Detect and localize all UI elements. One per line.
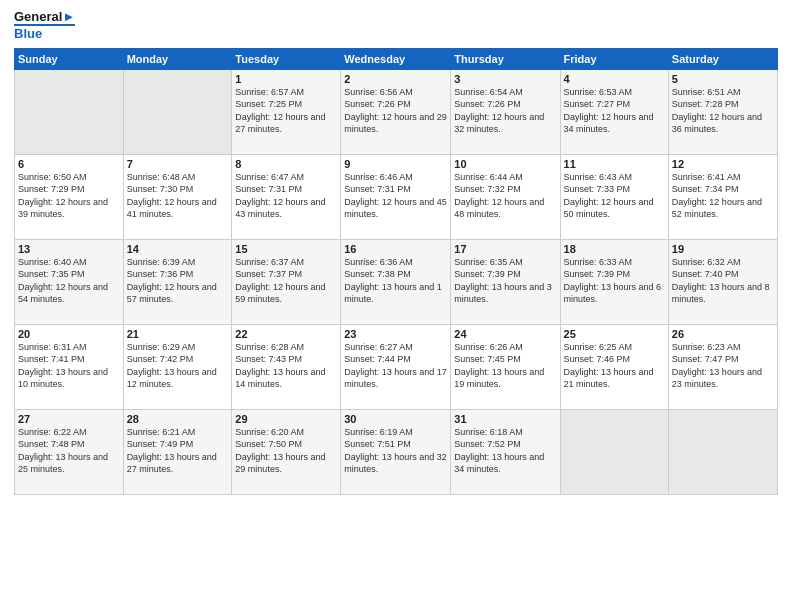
calendar-cell: 6Sunrise: 6:50 AM Sunset: 7:29 PM Daylig… (15, 154, 124, 239)
day-info: Sunrise: 6:50 AM Sunset: 7:29 PM Dayligh… (18, 171, 120, 221)
calendar-cell: 2Sunrise: 6:56 AM Sunset: 7:26 PM Daylig… (341, 69, 451, 154)
calendar-cell: 27Sunrise: 6:22 AM Sunset: 7:48 PM Dayli… (15, 409, 124, 494)
day-header-sunday: Sunday (15, 48, 124, 69)
day-info: Sunrise: 6:26 AM Sunset: 7:45 PM Dayligh… (454, 341, 556, 391)
calendar-cell: 12Sunrise: 6:41 AM Sunset: 7:34 PM Dayli… (668, 154, 777, 239)
calendar-cell: 20Sunrise: 6:31 AM Sunset: 7:41 PM Dayli… (15, 324, 124, 409)
day-info: Sunrise: 6:47 AM Sunset: 7:31 PM Dayligh… (235, 171, 337, 221)
day-info: Sunrise: 6:57 AM Sunset: 7:25 PM Dayligh… (235, 86, 337, 136)
day-number: 26 (672, 328, 774, 340)
calendar-cell (123, 69, 232, 154)
calendar-cell: 14Sunrise: 6:39 AM Sunset: 7:36 PM Dayli… (123, 239, 232, 324)
day-number: 25 (564, 328, 665, 340)
calendar-cell: 16Sunrise: 6:36 AM Sunset: 7:38 PM Dayli… (341, 239, 451, 324)
day-number: 17 (454, 243, 556, 255)
day-header-monday: Monday (123, 48, 232, 69)
day-number: 7 (127, 158, 229, 170)
calendar-cell: 17Sunrise: 6:35 AM Sunset: 7:39 PM Dayli… (451, 239, 560, 324)
calendar-cell: 26Sunrise: 6:23 AM Sunset: 7:47 PM Dayli… (668, 324, 777, 409)
day-info: Sunrise: 6:28 AM Sunset: 7:43 PM Dayligh… (235, 341, 337, 391)
day-info: Sunrise: 6:44 AM Sunset: 7:32 PM Dayligh… (454, 171, 556, 221)
calendar-table: SundayMondayTuesdayWednesdayThursdayFrid… (14, 48, 778, 495)
day-info: Sunrise: 6:40 AM Sunset: 7:35 PM Dayligh… (18, 256, 120, 306)
day-header-thursday: Thursday (451, 48, 560, 69)
logo-text: General► Blue (14, 10, 75, 42)
calendar-cell: 28Sunrise: 6:21 AM Sunset: 7:49 PM Dayli… (123, 409, 232, 494)
day-number: 31 (454, 413, 556, 425)
day-info: Sunrise: 6:56 AM Sunset: 7:26 PM Dayligh… (344, 86, 447, 136)
calendar-cell: 31Sunrise: 6:18 AM Sunset: 7:52 PM Dayli… (451, 409, 560, 494)
calendar-cell: 29Sunrise: 6:20 AM Sunset: 7:50 PM Dayli… (232, 409, 341, 494)
day-number: 2 (344, 73, 447, 85)
day-number: 30 (344, 413, 447, 425)
day-info: Sunrise: 6:46 AM Sunset: 7:31 PM Dayligh… (344, 171, 447, 221)
calendar-cell: 21Sunrise: 6:29 AM Sunset: 7:42 PM Dayli… (123, 324, 232, 409)
day-number: 12 (672, 158, 774, 170)
day-info: Sunrise: 6:27 AM Sunset: 7:44 PM Dayligh… (344, 341, 447, 391)
day-number: 1 (235, 73, 337, 85)
day-number: 10 (454, 158, 556, 170)
day-number: 23 (344, 328, 447, 340)
calendar-cell: 11Sunrise: 6:43 AM Sunset: 7:33 PM Dayli… (560, 154, 668, 239)
day-info: Sunrise: 6:31 AM Sunset: 7:41 PM Dayligh… (18, 341, 120, 391)
calendar-cell: 24Sunrise: 6:26 AM Sunset: 7:45 PM Dayli… (451, 324, 560, 409)
day-number: 4 (564, 73, 665, 85)
day-info: Sunrise: 6:48 AM Sunset: 7:30 PM Dayligh… (127, 171, 229, 221)
calendar-cell: 3Sunrise: 6:54 AM Sunset: 7:26 PM Daylig… (451, 69, 560, 154)
day-info: Sunrise: 6:33 AM Sunset: 7:39 PM Dayligh… (564, 256, 665, 306)
day-header-friday: Friday (560, 48, 668, 69)
calendar-cell (560, 409, 668, 494)
day-header-saturday: Saturday (668, 48, 777, 69)
calendar-container: General► Blue SundayMondayTuesdayWednesd… (0, 0, 792, 612)
logo: General► Blue (14, 10, 75, 42)
day-info: Sunrise: 6:35 AM Sunset: 7:39 PM Dayligh… (454, 256, 556, 306)
calendar-cell: 30Sunrise: 6:19 AM Sunset: 7:51 PM Dayli… (341, 409, 451, 494)
calendar-cell: 22Sunrise: 6:28 AM Sunset: 7:43 PM Dayli… (232, 324, 341, 409)
day-info: Sunrise: 6:32 AM Sunset: 7:40 PM Dayligh… (672, 256, 774, 306)
day-info: Sunrise: 6:43 AM Sunset: 7:33 PM Dayligh… (564, 171, 665, 221)
day-info: Sunrise: 6:20 AM Sunset: 7:50 PM Dayligh… (235, 426, 337, 476)
day-number: 11 (564, 158, 665, 170)
day-number: 13 (18, 243, 120, 255)
day-info: Sunrise: 6:19 AM Sunset: 7:51 PM Dayligh… (344, 426, 447, 476)
day-info: Sunrise: 6:37 AM Sunset: 7:37 PM Dayligh… (235, 256, 337, 306)
day-info: Sunrise: 6:41 AM Sunset: 7:34 PM Dayligh… (672, 171, 774, 221)
day-info: Sunrise: 6:36 AM Sunset: 7:38 PM Dayligh… (344, 256, 447, 306)
calendar-cell: 8Sunrise: 6:47 AM Sunset: 7:31 PM Daylig… (232, 154, 341, 239)
calendar-cell (668, 409, 777, 494)
day-number: 16 (344, 243, 447, 255)
day-number: 9 (344, 158, 447, 170)
calendar-cell: 25Sunrise: 6:25 AM Sunset: 7:46 PM Dayli… (560, 324, 668, 409)
calendar-cell: 13Sunrise: 6:40 AM Sunset: 7:35 PM Dayli… (15, 239, 124, 324)
calendar-cell: 5Sunrise: 6:51 AM Sunset: 7:28 PM Daylig… (668, 69, 777, 154)
calendar-cell: 15Sunrise: 6:37 AM Sunset: 7:37 PM Dayli… (232, 239, 341, 324)
day-number: 27 (18, 413, 120, 425)
day-number: 15 (235, 243, 337, 255)
day-number: 20 (18, 328, 120, 340)
day-info: Sunrise: 6:23 AM Sunset: 7:47 PM Dayligh… (672, 341, 774, 391)
calendar-cell: 23Sunrise: 6:27 AM Sunset: 7:44 PM Dayli… (341, 324, 451, 409)
calendar-cell: 9Sunrise: 6:46 AM Sunset: 7:31 PM Daylig… (341, 154, 451, 239)
day-number: 19 (672, 243, 774, 255)
day-info: Sunrise: 6:51 AM Sunset: 7:28 PM Dayligh… (672, 86, 774, 136)
day-number: 18 (564, 243, 665, 255)
day-info: Sunrise: 6:18 AM Sunset: 7:52 PM Dayligh… (454, 426, 556, 476)
calendar-cell: 4Sunrise: 6:53 AM Sunset: 7:27 PM Daylig… (560, 69, 668, 154)
calendar-cell: 18Sunrise: 6:33 AM Sunset: 7:39 PM Dayli… (560, 239, 668, 324)
day-number: 29 (235, 413, 337, 425)
day-number: 21 (127, 328, 229, 340)
calendar-cell: 10Sunrise: 6:44 AM Sunset: 7:32 PM Dayli… (451, 154, 560, 239)
week-row-1: 6Sunrise: 6:50 AM Sunset: 7:29 PM Daylig… (15, 154, 778, 239)
day-info: Sunrise: 6:53 AM Sunset: 7:27 PM Dayligh… (564, 86, 665, 136)
day-number: 14 (127, 243, 229, 255)
day-info: Sunrise: 6:22 AM Sunset: 7:48 PM Dayligh… (18, 426, 120, 476)
calendar-cell: 19Sunrise: 6:32 AM Sunset: 7:40 PM Dayli… (668, 239, 777, 324)
day-number: 6 (18, 158, 120, 170)
week-row-4: 27Sunrise: 6:22 AM Sunset: 7:48 PM Dayli… (15, 409, 778, 494)
day-number: 5 (672, 73, 774, 85)
day-number: 22 (235, 328, 337, 340)
day-number: 8 (235, 158, 337, 170)
day-info: Sunrise: 6:21 AM Sunset: 7:49 PM Dayligh… (127, 426, 229, 476)
day-number: 3 (454, 73, 556, 85)
header: General► Blue (14, 10, 778, 42)
